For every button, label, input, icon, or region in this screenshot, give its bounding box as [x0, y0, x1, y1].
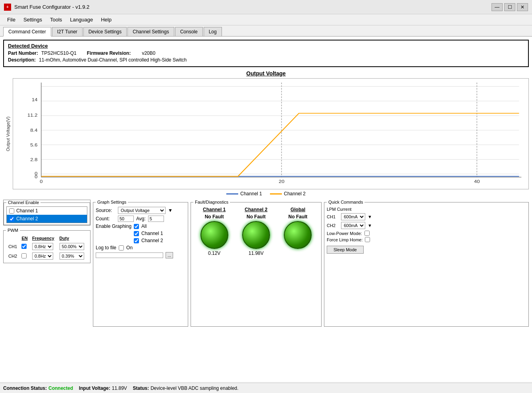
gs-source-row: Source: Output Voltage Current Temperatu… [96, 207, 185, 214]
sleep-mode-button[interactable]: Sleep Mode [327, 246, 364, 254]
tab-device-settings[interactable]: Device Settings [83, 27, 127, 36]
menu-language[interactable]: Language [66, 15, 97, 24]
fault-ch2-voltage: 11.98V [249, 250, 264, 256]
gs-ch1-checkbox[interactable] [134, 231, 139, 236]
menu-help[interactable]: Help [97, 15, 116, 24]
low-power-row: Low-Power Mode: [327, 231, 526, 236]
fault-ch1-title: Channel 1 [203, 207, 226, 212]
menu-settings[interactable]: Settings [19, 15, 46, 24]
pwm-table: EN Frequency Duty CH1 0.8Hz1Hz2Hz [6, 234, 88, 261]
tab-channel-settings[interactable]: Channel Settings [127, 27, 174, 36]
pwm-ch1-label: CH1 [7, 242, 19, 251]
gs-enable-row: Enable Graphing All [96, 223, 185, 229]
fault-ch1-col: Channel 1 No Fault 0.12V [200, 207, 228, 256]
main-content: Detected Device Part Number: TPS2HCS10-Q… [0, 37, 532, 382]
menu-file[interactable]: File [3, 15, 19, 24]
chart-legend: Channel 1 Channel 2 [3, 191, 529, 196]
fault-global-title: Global [291, 207, 305, 212]
gs-all-checkbox[interactable] [134, 224, 139, 229]
pwm-ch1-duty[interactable]: 50.00%25.00%75.00% [60, 243, 84, 250]
gs-log-browse-btn[interactable]: ... [166, 252, 173, 258]
title-bar: + Smart Fuse Configurator - v1.9.2 — ☐ ✕ [0, 0, 532, 14]
firmware-value: v20B0 [142, 50, 155, 56]
fault-legend: Fault/Diagnostics [193, 200, 230, 204]
pwm-ch2-freq[interactable]: 0.8Hz1Hz2Hz [32, 252, 53, 260]
qc-ch2-select[interactable]: 600mA300mA150mA [341, 222, 365, 229]
gs-count-row: Count: Avg: [96, 216, 185, 222]
menu-tools[interactable]: Tools [46, 15, 66, 24]
gs-source-select[interactable]: Output Voltage Current Temperature [118, 207, 166, 214]
pwm-header-blank [7, 235, 19, 241]
channel1-checkbox[interactable] [9, 208, 14, 214]
svg-text:0: 0 [40, 179, 43, 184]
channel1-label: Channel 1 [16, 208, 38, 214]
fault-ch1-led [200, 221, 228, 249]
channel-list: Channel 1 Channel 2 [6, 206, 87, 223]
tab-bar: Command Center I2T Tuner Device Settings… [0, 25, 532, 37]
qc-ch1-row: CH1 600mA300mA150mA ▼ [327, 213, 526, 220]
tab-command-center[interactable]: Command Center [3, 27, 51, 37]
quick-commands-panel: Quick Commands LPM Current CH1 600mA300m… [324, 200, 529, 327]
chart-container: Output Voltage Output Voltage(V) [3, 70, 529, 196]
gs-log-file-input[interactable] [96, 252, 163, 258]
legend-channel2: Channel 2 [270, 191, 306, 196]
fault-ch2-title: Channel 2 [245, 207, 267, 212]
input-voltage-value: 11.89V [112, 385, 127, 391]
gs-log-checkbox[interactable] [119, 245, 124, 250]
qc-ch1-select[interactable]: 600mA300mA150mA [341, 213, 365, 220]
legend-channel1: Channel 1 [226, 191, 262, 196]
channel2-checkbox[interactable] [9, 216, 14, 222]
pwm-ch2-en[interactable] [21, 253, 27, 258]
quick-commands-legend: Quick Commands [327, 200, 364, 204]
graph-settings-panel: Graph Settings Source: Output Voltage Cu… [93, 200, 188, 327]
qc-ch2-label: CH2 [327, 223, 339, 228]
graph-settings-legend: Graph Settings [96, 200, 128, 204]
legend-ch1-line [226, 193, 238, 195]
gs-log-file-row: ... [96, 252, 185, 258]
maximize-button[interactable]: ☐ [504, 3, 515, 11]
gs-avg-input[interactable] [148, 216, 164, 222]
svg-text:11.2: 11.2 [27, 113, 38, 118]
pwm-header-freq: Frequency [31, 235, 57, 241]
gs-avg-label: Avg: [136, 216, 146, 222]
qc-ch1-arrow: ▼ [368, 214, 372, 219]
gs-source-label: Source: [96, 208, 116, 213]
gs-source-arrow: ▼ [168, 208, 173, 213]
pwm-header-en: EN [20, 235, 29, 241]
gs-ch2-label: Channel 2 [141, 238, 163, 243]
fault-panel: Fault/Diagnostics Channel 1 No Fault 0.1… [191, 200, 322, 327]
gs-ch1-label: Channel 1 [141, 231, 163, 236]
fault-global-status: No Fault [288, 214, 307, 220]
pwm-ch2-duty[interactable]: 0.39%25.00%50.00% [60, 252, 84, 260]
gs-ch2-row: Channel 2 [96, 238, 185, 243]
tab-i2t-tuner[interactable]: I2T Tuner [52, 27, 83, 36]
low-power-checkbox[interactable] [364, 231, 370, 236]
lpm-label: LPM Current [327, 207, 526, 212]
app-title: Smart Fuse Configurator - v1.9.2 [14, 4, 89, 10]
svg-text:5.6: 5.6 [30, 143, 37, 148]
channel1-item[interactable]: Channel 1 [7, 207, 87, 215]
gs-ch2-checkbox[interactable] [134, 238, 139, 243]
description-value: 11-mOhm, Automotive Dual-Channel, SPI co… [39, 57, 187, 63]
qc-ch1-label: CH1 [327, 214, 339, 219]
bottom-panels: Channel Enable Channel 1 Channel 2 [3, 200, 529, 327]
gs-count-input[interactable] [118, 216, 134, 222]
channel-enable-panel: Channel Enable Channel 1 Channel 2 [3, 200, 91, 225]
force-limp-checkbox[interactable] [365, 237, 370, 242]
channel-enable-legend: Channel Enable [6, 200, 40, 205]
pwm-legend: PWM [6, 228, 20, 233]
fault-ch1-voltage: 0.12V [208, 250, 220, 256]
minimize-button[interactable]: — [492, 3, 503, 11]
legend-ch1-label: Channel 1 [240, 191, 262, 196]
legend-ch2-line [270, 193, 282, 195]
pwm-ch1-en[interactable] [21, 244, 27, 249]
gs-enable-label: Enable Graphing [96, 223, 131, 229]
svg-text:14: 14 [32, 97, 38, 102]
channel2-item[interactable]: Channel 2 [7, 215, 87, 223]
chart-inner: 0 0 2.8 5.6 8.4 11.2 14 0 20 40 [13, 78, 529, 189]
gs-on-label: On [126, 245, 133, 250]
close-button[interactable]: ✕ [517, 3, 528, 11]
tab-console[interactable]: Console [175, 27, 203, 36]
pwm-ch1-freq[interactable]: 0.8Hz1Hz2Hz [32, 243, 53, 250]
tab-log[interactable]: Log [204, 27, 222, 36]
